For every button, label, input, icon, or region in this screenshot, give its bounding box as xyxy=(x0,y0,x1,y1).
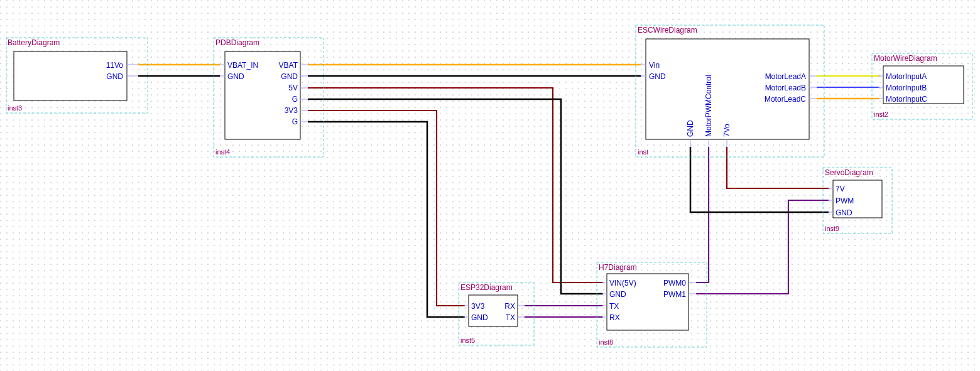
pdb-pin-vbatin: VBAT_IN xyxy=(227,61,258,70)
pdb-pin-gnd-right: GND xyxy=(281,72,298,81)
pdb-pin-g1: G xyxy=(292,95,298,104)
pdb-inst: inst4 xyxy=(215,148,230,156)
motor-title: MotorWireDiagram xyxy=(874,54,937,63)
battery-inst: inst3 xyxy=(8,104,22,112)
servo-pin-7v: 7V xyxy=(836,185,845,193)
esc-pin-pwm: MotorPWMControl xyxy=(704,75,713,137)
motor-pin-b: MotorInputB xyxy=(886,83,927,92)
esc-title: ESCWireDiagram xyxy=(638,26,697,35)
esp32-pin-gnd: GND xyxy=(471,313,488,322)
esp32-inst: inst5 xyxy=(460,336,475,344)
esp32-title: ESP32Diagram xyxy=(460,283,513,292)
pdb-pin-vbat: VBAT xyxy=(279,61,298,70)
esc-pin-gnd-left: GND xyxy=(649,72,666,81)
servo-pin-gnd: GND xyxy=(836,208,852,217)
h7-pin-gnd: GND xyxy=(609,290,626,299)
esc-pin-gnd-bottom: GND xyxy=(686,120,695,137)
servo-pin-pwm: PWM xyxy=(836,196,854,205)
battery-title: BatteryDiagram xyxy=(8,38,60,47)
h7-pin-pwm1: PWM1 xyxy=(663,290,686,299)
motor-pin-a: MotorInputA xyxy=(886,72,927,81)
servo-inst: inst9 xyxy=(825,225,839,232)
esc-pin-lc: MotorLeadC xyxy=(765,95,806,104)
esc-inst: inst xyxy=(638,148,648,156)
h7-inst: inst8 xyxy=(599,338,613,346)
pdb-pin-gnd-left: GND xyxy=(227,72,244,81)
esp32-pin-rx: RX xyxy=(504,302,515,311)
module-esc[interactable]: ESCWireDiagram Vin GND MotorLeadA MotorL… xyxy=(636,25,824,157)
pdb-pin-g2: G xyxy=(292,117,298,126)
battery-pin-gnd: GND xyxy=(106,72,123,81)
esc-pin-la: MotorLeadA xyxy=(765,72,806,81)
pdb-title: PDBDiagram xyxy=(215,38,259,47)
esp32-pin-3v3: 3V3 xyxy=(471,302,485,311)
h7-title: H7Diagram xyxy=(599,263,637,272)
esp32-pin-tx: TX xyxy=(506,313,515,322)
h7-pin-vin: VIN(5V) xyxy=(609,279,636,288)
h7-pin-pwm0: PWM0 xyxy=(663,279,686,288)
esc-pin-lb: MotorLeadB xyxy=(765,83,806,92)
h7-pin-tx: TX xyxy=(609,302,619,311)
h7-pin-rx: RX xyxy=(609,313,620,322)
esc-pin-vin: Vin xyxy=(649,61,660,70)
motor-pin-c: MotorInputC xyxy=(886,95,927,104)
pdb-pin-5v: 5V xyxy=(288,83,298,92)
battery-pin-11vo: 11Vo xyxy=(106,61,124,70)
servo-title: ServoDiagram xyxy=(825,168,873,177)
esc-pin-7vo: 7Vo xyxy=(722,124,731,137)
motor-inst: inst2 xyxy=(874,110,888,118)
pdb-pin-3v3: 3V3 xyxy=(285,106,298,115)
